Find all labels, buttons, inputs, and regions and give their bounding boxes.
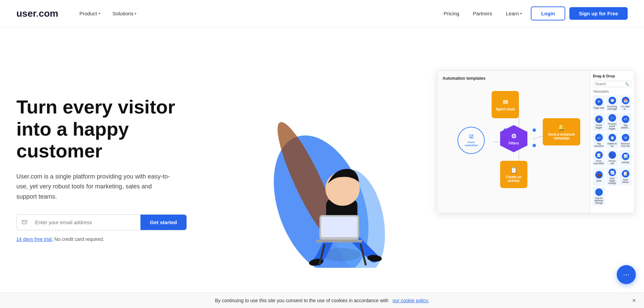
automation-panel: Automation templates — [437, 70, 634, 213]
trial-text: 14 days free trial. No credit card requi… — [16, 236, 214, 242]
dnd-item-phone-call[interactable]: 📞 Phone call — [606, 150, 618, 166]
webpush-icon: 🔔 — [558, 124, 565, 131]
note-added-icon: 📝 — [622, 170, 629, 178]
dnd-item-form-submitted[interactable]: 📝 Form submitted — [593, 150, 605, 166]
dnd-item-page-visit[interactable]: 👁 Page visit — [593, 95, 605, 111]
dnd-item-product-event[interactable]: 🛒 Product event trigger — [606, 113, 618, 131]
logo-dot: . — [36, 8, 39, 19]
search-icon: 🔍 — [625, 82, 629, 86]
event-trigger-icon: ⚡ — [595, 115, 603, 123]
dnd-item-on-date[interactable]: 📅 On date &... — [619, 95, 631, 111]
node-webpush: 🔔 Send a webpush campaign — [543, 118, 580, 145]
trial-link[interactable]: 14 days free trial. — [16, 236, 53, 242]
filters-label: Filters — [509, 141, 519, 145]
webpush-label: Send a webpush campaign — [546, 133, 577, 140]
filters-icon: ⚙ — [511, 133, 516, 140]
activity-icon: 📊 — [622, 153, 629, 160]
incoming-msg-icon: 💬 — [609, 97, 616, 104]
dnd-item-note-added[interactable]: 📝 Note added — [619, 167, 631, 186]
deal-stage-icon: 📈 — [609, 169, 616, 176]
dnd-item-tag-added[interactable]: 🏷 Tag added... — [619, 113, 631, 131]
learn-chevron-icon: ▾ — [520, 12, 522, 15]
svg-point-21 — [533, 144, 536, 147]
svg-point-19 — [533, 128, 536, 132]
nav-solutions[interactable]: Solutions ▾ — [108, 8, 141, 19]
dnd-item-deal[interactable]: 💼 Deal — [593, 167, 605, 186]
node-agent-email: ✉ Agent email — [492, 91, 519, 118]
nav-partners[interactable]: Partners — [468, 8, 497, 19]
agent-email-label: Agent email — [496, 107, 515, 111]
remove-from-list-icon: ✉ — [622, 134, 629, 141]
solutions-label: Solutions — [113, 11, 134, 16]
form-submitted-label: Form submitted — [462, 141, 481, 147]
form-submitted-dnd-icon: 📝 — [595, 151, 603, 159]
nav-right: Pricing Partners Learn ▾ Login Sign up f… — [439, 6, 628, 20]
page-visit-icon: 👁 — [595, 98, 603, 106]
no-cc-text: No credit card required. — [54, 236, 104, 242]
logo-text: user.com — [16, 8, 58, 19]
navbar: user.com Product ▾ Solutions ▾ Pricing P… — [0, 0, 644, 27]
dnd-item-added-to-list[interactable]: 📋 Added to list — [606, 133, 618, 149]
create-activity-icon: 📋 — [510, 166, 518, 174]
svg-rect-11 — [316, 240, 362, 243]
dnd-item-remove-from-list[interactable]: ✉ Remove from list — [619, 133, 631, 149]
hero-right: Automation templates — [221, 63, 628, 268]
nav-learn[interactable]: Learn ▾ — [501, 8, 527, 19]
form-submitted-icon: ☑ — [469, 134, 474, 139]
dnd-grid: 👁 Page visit 💬 Incoming message 📅 On dat… — [593, 95, 631, 205]
on-date-icon: 📅 — [622, 97, 629, 104]
dnd-item-incoming-msg[interactable]: 💬 Incoming message — [606, 95, 618, 111]
chat-widget-button[interactable]: ··· — [617, 265, 636, 284]
dnd-title: Drag & Drop — [593, 74, 631, 78]
product-label: Product — [79, 11, 97, 16]
svg-rect-10 — [321, 217, 357, 237]
hero-subtitle: User.com is a single platform providing … — [16, 172, 173, 202]
product-chevron-icon: ▾ — [99, 12, 100, 15]
solutions-chevron-icon: ▾ — [135, 12, 136, 15]
dnd-triggers-title: Triggers — [593, 90, 631, 93]
dnd-item-activity[interactable]: 📊 Activity — [619, 150, 631, 166]
nav-pricing[interactable]: Pricing — [439, 8, 464, 19]
dnd-search[interactable]: 🔍 — [593, 81, 631, 87]
node-create-activity: 📋 Create an activity — [500, 161, 527, 188]
email-icon — [17, 215, 32, 230]
tag-removed-icon: 🏷 — [595, 134, 603, 141]
hero-left: Turn every visitor into a happy customer… — [16, 89, 214, 242]
attribute-change-icon: 👤 — [595, 188, 603, 196]
signup-button[interactable]: Sign up for Free — [569, 7, 628, 20]
hero-title: Turn every visitor into a happy customer — [16, 96, 214, 162]
email-form: Get started — [16, 214, 187, 230]
added-to-list-icon: 📋 — [609, 134, 616, 141]
chat-widget-icon: ··· — [623, 270, 629, 279]
product-event-icon: 🛒 — [609, 114, 616, 122]
automation-panel-title: Automation templates — [443, 76, 584, 81]
hero-section: Turn every visitor into a happy customer… — [0, 27, 644, 290]
nav-links: Product ▾ Solutions ▾ — [75, 8, 439, 19]
dnd-item-deal-stage[interactable]: 📈 Deal stage change — [606, 167, 618, 186]
node-form-submitted: ☑ Form submitted — [458, 127, 485, 154]
dnd-sidebar: Drag & Drop 🔍 Triggers 👁 Page visit 💬 In… — [590, 71, 634, 213]
get-started-button[interactable]: Get started — [140, 215, 186, 230]
automation-main: Automation templates — [437, 71, 590, 213]
dnd-item-attribute-change[interactable]: 👤 Client's attribute change — [593, 187, 605, 205]
dnd-item-event-trigger[interactable]: ⚡ Event trigger — [593, 113, 605, 131]
login-button[interactable]: Login — [531, 6, 565, 20]
logo[interactable]: user.com — [16, 8, 58, 19]
dnd-search-input[interactable] — [595, 82, 625, 86]
node-filters: ⚙ Filters — [500, 125, 527, 152]
deal-icon: 💼 — [595, 171, 603, 179]
tag-added-icon: 🏷 — [622, 115, 629, 123]
agent-email-icon: ✉ — [503, 98, 508, 106]
nav-product[interactable]: Product ▾ — [75, 8, 105, 19]
email-input[interactable] — [32, 215, 140, 230]
learn-label: Learn — [506, 11, 519, 16]
phone-call-icon: 📞 — [609, 151, 616, 159]
create-activity-label: Create an activity — [504, 175, 524, 183]
dnd-item-tag-removed[interactable]: 🏷 Tag removed — [593, 133, 605, 149]
